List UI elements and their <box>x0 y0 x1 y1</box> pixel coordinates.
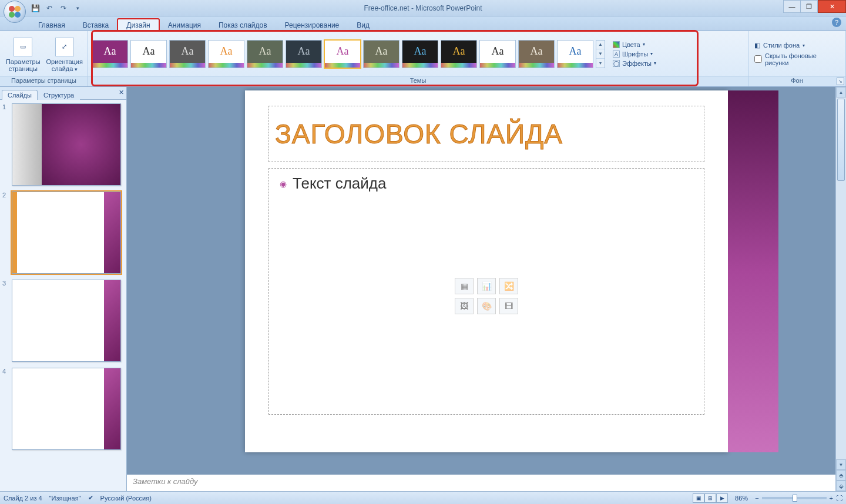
title-placeholder[interactable]: ЗАГОЛОВОК СЛАЙДА <box>268 106 704 162</box>
theme-thumb-7[interactable]: Aa <box>363 40 400 68</box>
pane-tab-slides[interactable]: Слайды <box>2 90 38 100</box>
tab-design[interactable]: Дизайн <box>118 19 159 31</box>
zoom-percent[interactable]: 86% <box>735 495 748 502</box>
insert-clipart-icon[interactable]: 🎨 <box>477 298 496 314</box>
group-background-label: Фон↘ <box>748 76 845 86</box>
page-setup-icon: ▭ <box>14 38 32 56</box>
themes-gallery-scroll: ▲ ▼ ▾ <box>596 40 605 68</box>
theme-thumb-2[interactable]: Aa <box>169 40 206 68</box>
page-setup-label: Параметры страницы <box>4 58 43 72</box>
slide-thumbnail-4[interactable] <box>12 368 121 450</box>
insert-smartart-icon[interactable]: 🔀 <box>499 278 518 294</box>
theme-thumb-5[interactable]: Aa <box>286 40 322 68</box>
thumbnails-list: 1234 <box>0 100 126 491</box>
minimize-button[interactable]: — <box>783 0 801 13</box>
tab-slideshow[interactable]: Показ слайдов <box>210 19 276 31</box>
gallery-more-icon[interactable]: ▾ <box>596 59 605 68</box>
fonts-label: Шрифты <box>622 51 648 58</box>
slide-thumbnail-1[interactable] <box>12 103 121 186</box>
theme-thumb-9[interactable]: Aa <box>441 40 477 68</box>
bg-launcher-icon[interactable]: ↘ <box>837 78 844 85</box>
scroll-thumb[interactable] <box>837 99 845 181</box>
theme-thumb-11[interactable]: Aa <box>518 40 555 68</box>
status-language[interactable]: Русский (Россия) <box>100 495 152 502</box>
thumb-number: 3 <box>2 280 8 362</box>
zoom-slider[interactable] <box>762 497 827 499</box>
group-themes: AaAaAaAaAaAaAaAaAaAaAaAaAa ▲ ▼ ▾ Цвета ▾… <box>88 31 748 86</box>
notes-pane[interactable]: Заметки к слайду <box>127 472 835 491</box>
tab-review[interactable]: Рецензирование <box>276 19 348 31</box>
normal-view-icon[interactable]: ▣ <box>693 493 704 503</box>
page-setup-button[interactable]: ▭ Параметры страницы <box>4 36 43 72</box>
themes-side-panel: Цвета ▾ AШрифты ▾ ◯Эффекты ▾ <box>607 41 663 68</box>
pane-tabs: Слайды Структура ✕ <box>0 87 126 100</box>
effects-label: Эффекты <box>622 60 652 67</box>
next-slide-icon[interactable]: ⬙ <box>836 481 846 491</box>
pane-close-icon[interactable]: ✕ <box>119 89 124 96</box>
zoom-slider-thumb[interactable] <box>793 495 797 502</box>
tab-insert[interactable]: Вставка <box>74 19 118 31</box>
orientation-button[interactable]: ⤢ Ориентация слайда <box>45 36 85 72</box>
zoom-out-icon[interactable]: − <box>755 495 758 502</box>
hide-bg-checkbox[interactable]: Скрыть фоновые рисунки <box>754 52 840 66</box>
gallery-down-icon[interactable]: ▼ <box>596 49 605 59</box>
prev-slide-icon[interactable]: ⬘ <box>836 470 846 481</box>
theme-fonts-button[interactable]: AШрифты ▾ <box>611 50 663 58</box>
insert-media-icon[interactable]: 🎞 <box>499 298 518 314</box>
slide-body-text: Текст слайда <box>280 174 693 193</box>
group-page-setup-label: Параметры страницы <box>0 76 88 86</box>
insert-table-icon[interactable]: ▦ <box>455 278 474 294</box>
thumb-row-3: 3 <box>2 280 124 362</box>
thumb-row-4: 4 <box>2 368 124 450</box>
office-button[interactable] <box>4 1 26 23</box>
theme-effects-button[interactable]: ◯Эффекты ▾ <box>611 59 663 68</box>
ribbon-tabs: Главная Вставка Дизайн Анимация Показ сл… <box>0 16 846 31</box>
insert-picture-icon[interactable]: 🖼 <box>455 298 474 314</box>
spellcheck-icon[interactable]: ✔ <box>88 494 93 502</box>
slide-thumbnail-2[interactable] <box>12 191 121 274</box>
restore-button[interactable]: ❐ <box>800 0 818 13</box>
slide-editor: ЗАГОЛОВОК СЛАЙДА Текст слайда ▦ 📊 🔀 🖼 🎨 … <box>127 87 846 491</box>
theme-thumb-4[interactable]: Aa <box>247 40 283 68</box>
scroll-down-icon[interactable]: ▼ <box>836 459 846 470</box>
slide-canvas[interactable]: ЗАГОЛОВОК СЛАЙДА Текст слайда ▦ 📊 🔀 🖼 🎨 … <box>245 90 728 452</box>
content-placeholder[interactable]: Текст слайда ▦ 📊 🔀 🖼 🎨 🎞 <box>268 168 704 415</box>
theme-thumb-10[interactable]: Aa <box>479 40 516 68</box>
fonts-icon: A <box>613 51 620 58</box>
pane-tab-outline[interactable]: Структура <box>38 90 80 100</box>
tab-home[interactable]: Главная <box>29 19 74 31</box>
sorter-view-icon[interactable]: ⊞ <box>704 493 716 503</box>
theme-thumb-8[interactable]: Aa <box>402 40 438 68</box>
zoom-in-icon[interactable]: + <box>830 495 833 502</box>
hide-bg-check[interactable] <box>754 55 762 63</box>
status-slide-info: Слайд 2 из 4 <box>4 495 42 502</box>
scroll-up-icon[interactable]: ▲ <box>836 87 846 98</box>
theme-thumb-12[interactable]: Aa <box>557 40 593 68</box>
svg-point-2 <box>9 12 15 18</box>
tab-animation[interactable]: Анимация <box>159 19 210 31</box>
save-icon[interactable]: 💾 <box>29 2 41 14</box>
gallery-up-icon[interactable]: ▲ <box>596 41 605 50</box>
scroll-track[interactable] <box>836 98 846 459</box>
svg-point-1 <box>15 6 21 12</box>
fit-window-icon[interactable]: ⛶ <box>836 495 842 502</box>
slideshow-view-icon[interactable]: ▶ <box>716 493 728 503</box>
help-icon[interactable]: ? <box>832 18 841 27</box>
vertical-scrollbar[interactable]: ▲ ▼ ⬘ ⬙ <box>835 87 846 491</box>
redo-icon[interactable]: ↷ <box>58 2 69 14</box>
qat-more-icon[interactable]: ▾ <box>72 2 83 14</box>
tab-view[interactable]: Вид <box>348 19 378 31</box>
undo-icon[interactable]: ↶ <box>43 2 55 14</box>
hide-bg-label: Скрыть фоновые рисунки <box>765 52 840 66</box>
theme-thumb-0[interactable]: Aa <box>92 40 128 68</box>
theme-colors-button[interactable]: Цвета ▾ <box>611 41 663 49</box>
theme-thumb-1[interactable]: Aa <box>130 40 167 68</box>
background-styles-button[interactable]: ◧ Стили фона ▾ <box>754 42 805 49</box>
close-button[interactable]: ✕ <box>818 0 846 13</box>
slide-thumbnail-3[interactable] <box>12 280 121 362</box>
theme-thumb-6[interactable]: Aa <box>324 40 361 68</box>
theme-thumb-3[interactable]: Aa <box>208 40 244 68</box>
ribbon: ▭ Параметры страницы ⤢ Ориентация слайда… <box>0 31 846 87</box>
slide-viewport[interactable]: ЗАГОЛОВОК СЛАЙДА Текст слайда ▦ 📊 🔀 🖼 🎨 … <box>127 87 846 472</box>
insert-chart-icon[interactable]: 📊 <box>477 278 496 294</box>
